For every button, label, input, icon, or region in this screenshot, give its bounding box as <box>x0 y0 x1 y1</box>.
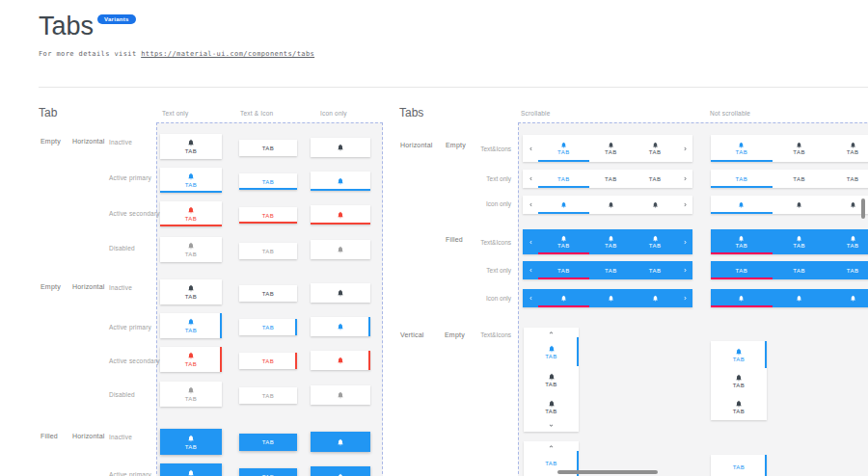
scroll-left-button[interactable] <box>523 289 538 307</box>
tab[interactable] <box>773 196 827 214</box>
horizontal-scrollbar[interactable] <box>557 470 658 474</box>
tab[interactable]: TAB <box>633 229 677 254</box>
tab-card[interactable]: TAB <box>160 382 222 407</box>
tab[interactable] <box>773 289 827 307</box>
tab[interactable] <box>538 289 589 307</box>
group-kind-label: Empty <box>41 138 61 145</box>
scroll-left-button[interactable] <box>523 261 538 279</box>
tab[interactable]: TAB <box>773 135 827 162</box>
tab-card[interactable] <box>311 385 370 405</box>
tab-card[interactable]: TAB <box>160 134 222 159</box>
tab-card[interactable]: TAB <box>239 387 297 404</box>
tab[interactable]: TAB <box>711 135 773 162</box>
tab[interactable]: TAB <box>826 170 868 188</box>
tab[interactable]: TAB <box>589 261 634 279</box>
tab[interactable]: TAB <box>826 135 868 162</box>
tab[interactable]: TAB <box>711 229 773 254</box>
tab-card[interactable] <box>311 240 370 259</box>
tab-card[interactable]: TAB <box>160 463 222 476</box>
tab[interactable]: TAB <box>711 394 767 420</box>
tab-card[interactable] <box>311 466 370 476</box>
tab-card[interactable] <box>311 138 370 157</box>
tab-card[interactable]: TAB <box>239 173 297 190</box>
state-label: Disabled <box>109 391 135 398</box>
tab-card[interactable]: TAB <box>239 140 297 156</box>
tab-card[interactable]: TAB <box>239 353 297 369</box>
tab[interactable] <box>711 196 773 214</box>
scroll-left-button[interactable] <box>523 196 538 214</box>
tab-card[interactable] <box>311 351 370 370</box>
bell-icon <box>608 142 614 148</box>
tab[interactable]: TAB <box>538 261 589 279</box>
bell-icon <box>560 201 567 208</box>
tab[interactable]: TAB <box>524 366 579 393</box>
tab[interactable]: TAB <box>524 393 579 420</box>
tab-label: TAB <box>605 243 617 249</box>
tab[interactable] <box>826 289 868 307</box>
tab-card[interactable]: TAB <box>239 468 297 476</box>
tab-card[interactable] <box>311 172 370 191</box>
tabs-bar-scrollable: TAB TAB TAB <box>523 170 692 188</box>
tab[interactable]: TAB <box>524 337 579 366</box>
tab[interactable]: TAB <box>711 261 773 279</box>
scroll-left-button[interactable] <box>523 135 538 162</box>
tab-label: TAB <box>793 268 805 274</box>
scroll-right-button[interactable] <box>677 229 692 254</box>
vertical-scrollbar[interactable] <box>861 198 865 219</box>
tab[interactable]: TAB <box>773 229 827 254</box>
tab-card[interactable] <box>311 205 370 225</box>
scroll-right-button[interactable] <box>677 196 692 214</box>
bell-icon <box>608 201 614 208</box>
tab[interactable]: TAB <box>826 261 868 279</box>
tab[interactable]: TAB <box>711 455 767 476</box>
scroll-left-button[interactable] <box>523 170 538 188</box>
tab[interactable]: TAB <box>538 229 589 254</box>
tab[interactable] <box>589 289 634 307</box>
tab-card[interactable] <box>311 283 370 303</box>
tab[interactable]: TAB <box>826 229 868 254</box>
tab[interactable] <box>711 289 773 307</box>
tab-card[interactable]: TAB <box>160 313 222 338</box>
tab-card[interactable]: TAB <box>239 319 297 335</box>
tab[interactable]: TAB <box>538 170 589 188</box>
tab-card[interactable]: TAB <box>239 243 297 259</box>
tab-card[interactable] <box>311 432 370 452</box>
scroll-right-button[interactable] <box>677 135 692 162</box>
tab[interactable] <box>633 289 677 307</box>
tab-card[interactable]: TAB <box>239 207 297 224</box>
tab-card[interactable]: TAB <box>160 347 222 372</box>
tab[interactable] <box>589 196 634 214</box>
tab[interactable]: TAB <box>711 170 773 188</box>
scroll-right-button[interactable] <box>677 289 692 307</box>
tab[interactable]: TAB <box>589 135 634 162</box>
tab-card[interactable]: TAB <box>239 285 297 302</box>
tab[interactable]: TAB <box>773 170 827 188</box>
tab[interactable]: TAB <box>633 135 677 162</box>
tab[interactable]: TAB <box>633 261 677 279</box>
tab-card[interactable]: TAB <box>160 237 222 262</box>
tab[interactable] <box>538 196 589 214</box>
tab[interactable]: TAB <box>773 261 827 279</box>
tab[interactable]: TAB <box>589 170 634 188</box>
tab[interactable]: TAB <box>589 229 634 254</box>
tab-card[interactable]: TAB <box>160 201 222 226</box>
active-indicator <box>160 191 222 193</box>
tab[interactable]: TAB <box>711 368 767 394</box>
tab-card[interactable]: TAB <box>160 168 222 193</box>
scroll-down-button[interactable] <box>524 420 579 430</box>
tab-card[interactable] <box>311 317 370 336</box>
scroll-up-button[interactable] <box>524 328 579 337</box>
tab[interactable] <box>633 196 677 214</box>
tab[interactable]: TAB <box>538 135 589 162</box>
scroll-right-button[interactable] <box>677 261 692 279</box>
tab-card[interactable]: TAB <box>160 429 222 455</box>
chevron-right-icon <box>682 239 689 246</box>
tab[interactable]: TAB <box>711 341 767 368</box>
docs-link[interactable]: https://material-ui.com/components/tabs <box>141 50 314 58</box>
scroll-left-button[interactable] <box>523 229 538 254</box>
tab-card[interactable]: TAB <box>160 279 222 304</box>
scroll-right-button[interactable] <box>677 170 692 188</box>
scroll-up-button[interactable] <box>524 441 579 451</box>
tab[interactable]: TAB <box>633 170 677 188</box>
tab-card[interactable]: TAB <box>239 434 297 451</box>
